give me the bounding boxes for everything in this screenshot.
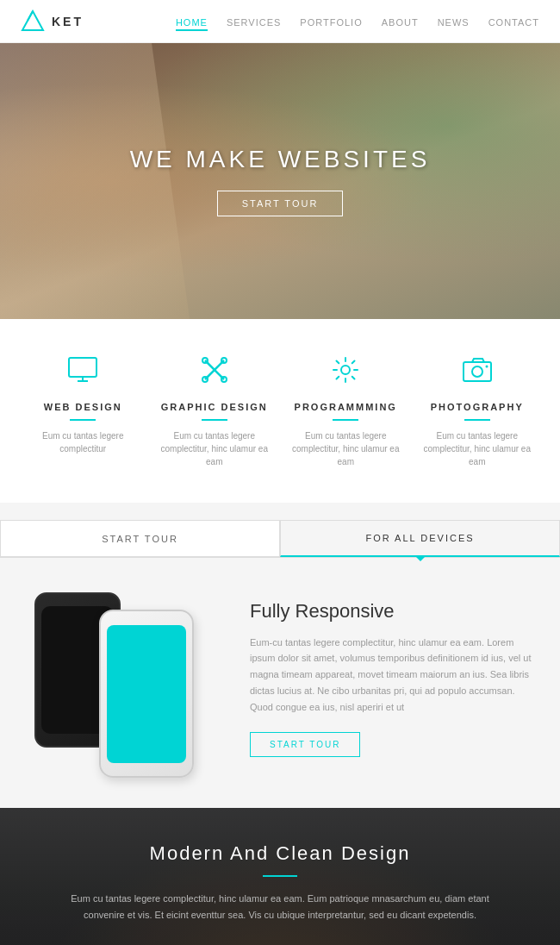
service-graphic-design-title: GRAPHIC DESIGN bbox=[158, 402, 272, 412]
service-programming: PROGRAMMMING Eum cu tantas legere comple… bbox=[280, 354, 412, 468]
hero-section: WE MAKE WEBSITES START TOUR bbox=[0, 43, 560, 319]
service-photography: PHOTOGRAPHY Eum cu tantas legere complec… bbox=[412, 354, 544, 468]
monitor-icon bbox=[26, 354, 140, 393]
service-divider-2 bbox=[202, 419, 227, 421]
service-graphic-design-desc: Eum cu tantas legere complectitur, hinc … bbox=[158, 429, 272, 468]
city-title: Modern And Clean Design bbox=[52, 842, 508, 865]
tab-for-all-devices[interactable]: FOR ALL DEVICES bbox=[280, 520, 560, 557]
nav-item-news[interactable]: NEWS bbox=[438, 14, 470, 29]
responsive-cta-button[interactable]: START TOUR bbox=[250, 732, 360, 757]
phones-mockup bbox=[26, 584, 233, 773]
svg-marker-0 bbox=[22, 11, 43, 30]
service-web-design: WEB DESIGN Eum cu tantas legere complect… bbox=[17, 354, 149, 455]
city-content: Modern And Clean Design Eum cu tantas le… bbox=[0, 842, 560, 943]
services-section: WEB DESIGN Eum cu tantas legere complect… bbox=[0, 319, 560, 503]
service-photography-desc: Eum cu tantas legere complectitur, hinc … bbox=[420, 429, 535, 468]
city-desc: Eum cu tantas legere complectitur, hinc … bbox=[52, 891, 508, 923]
tabs-section: START TOUR FOR ALL DEVICES Fully Respons… bbox=[0, 503, 560, 808]
nav-item-contact[interactable]: CONTACT bbox=[488, 14, 539, 29]
nav-item-about[interactable]: ABOUT bbox=[382, 14, 419, 29]
svg-point-11 bbox=[341, 366, 350, 374]
svg-line-1 bbox=[28, 11, 33, 21]
city-divider bbox=[263, 875, 297, 877]
responsive-desc: Eum-cu tantas legere complectitur, hinc … bbox=[250, 635, 534, 715]
nav-item-portfolio[interactable]: PORTFOLIO bbox=[300, 14, 362, 29]
nav-links: HOME SERVICES PORTFOLIO ABOUT NEWS CONTA… bbox=[176, 14, 539, 29]
logo-icon bbox=[21, 9, 45, 34]
svg-rect-2 bbox=[69, 358, 96, 377]
hero-content: WE MAKE WEBSITES START TOUR bbox=[130, 146, 431, 216]
svg-point-14 bbox=[485, 366, 488, 368]
logo[interactable]: KET bbox=[21, 9, 84, 34]
phone-white-screen bbox=[107, 625, 186, 763]
responsive-title: Fully Responsive bbox=[250, 600, 534, 623]
tabs-bar: START TOUR FOR ALL DEVICES bbox=[0, 520, 560, 558]
hero-title: WE MAKE WEBSITES bbox=[130, 146, 431, 173]
service-programming-title: PROGRAMMMING bbox=[289, 402, 403, 412]
service-divider-4 bbox=[464, 419, 490, 421]
gear-icon bbox=[289, 354, 403, 393]
svg-rect-12 bbox=[464, 362, 491, 381]
service-web-design-title: WEB DESIGN bbox=[26, 402, 140, 412]
service-divider-3 bbox=[333, 419, 358, 421]
responsive-content: Fully Responsive Eum-cu tantas legere co… bbox=[250, 600, 534, 757]
service-programming-desc: Eum cu tantas legere complectitur, hinc … bbox=[289, 429, 403, 468]
hero-cta-button[interactable]: START TOUR bbox=[217, 191, 344, 216]
nav-item-home[interactable]: HOME bbox=[176, 14, 208, 29]
navbar: KET HOME SERVICES PORTFOLIO ABOUT NEWS C… bbox=[0, 0, 560, 43]
service-photography-title: PHOTOGRAPHY bbox=[420, 402, 535, 412]
camera-icon bbox=[420, 354, 535, 393]
phone-white bbox=[99, 610, 194, 778]
service-divider bbox=[70, 419, 96, 421]
pencil-cross-icon bbox=[158, 354, 272, 393]
responsive-section: Fully Responsive Eum-cu tantas legere co… bbox=[0, 558, 560, 808]
logo-text: KET bbox=[52, 15, 84, 28]
service-graphic-design: GRAPHIC DESIGN Eum cu tantas legere comp… bbox=[149, 354, 281, 468]
tab-start-tour[interactable]: START TOUR bbox=[0, 520, 280, 557]
city-section: Modern And Clean Design Eum cu tantas le… bbox=[0, 808, 560, 945]
nav-item-services[interactable]: SERVICES bbox=[227, 14, 281, 29]
svg-point-13 bbox=[472, 366, 482, 377]
service-web-design-desc: Eum cu tantas legere complectitur bbox=[26, 429, 140, 455]
